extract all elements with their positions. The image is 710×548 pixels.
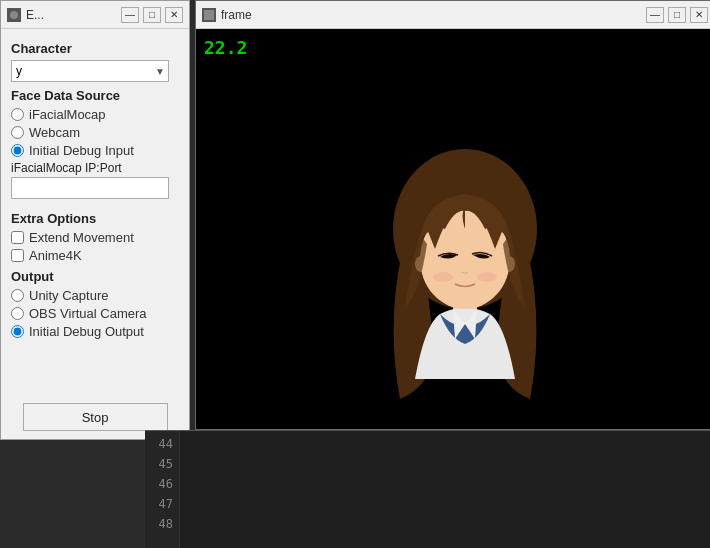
maximize-button[interactable]: □ [143, 7, 161, 23]
extend-movement-checkbox[interactable] [11, 231, 24, 244]
initial-debug-output-radio[interactable] [11, 325, 24, 338]
app-title-group: E... [7, 8, 44, 22]
line-numbers-panel: 44 45 46 47 48 [145, 431, 180, 548]
frame-minimize-button[interactable]: — [646, 7, 664, 23]
anime4k-label: Anime4K [29, 248, 82, 263]
frame-window-controls: — □ ✕ [646, 7, 708, 23]
app-window-controls: — □ ✕ [121, 7, 183, 23]
extra-options-label: Extra Options [11, 211, 179, 226]
ifacialmocap-label: iFacialMocap [29, 107, 106, 122]
app-panel-content: Character y ▼ Face Data Source iFacialMo… [1, 29, 189, 395]
line-num-46: 46 [159, 475, 173, 493]
character-dropdown-row: y ▼ [11, 60, 179, 82]
character-dropdown-wrapper: y ▼ [11, 60, 169, 82]
anime4k-checkbox[interactable] [11, 249, 24, 262]
frame-app-icon [202, 8, 216, 22]
frame-close-button[interactable]: ✕ [690, 7, 708, 23]
output-label: Output [11, 269, 179, 284]
anime-character [375, 139, 555, 409]
initial-debug-output-label: Initial Debug Output [29, 324, 144, 339]
radio-initial-debug-output: Initial Debug Output [11, 324, 179, 339]
terminal-content [180, 431, 710, 548]
frame-titlebar: frame — □ ✕ [196, 1, 710, 29]
webcam-radio[interactable] [11, 126, 24, 139]
svg-point-0 [10, 11, 18, 19]
frame-title-text: frame [221, 8, 252, 22]
line-num-44: 44 [159, 435, 173, 453]
face-data-source-label: Face Data Source [11, 88, 179, 103]
svg-point-6 [433, 272, 453, 282]
radio-webcam: Webcam [11, 125, 179, 140]
close-button[interactable]: ✕ [165, 7, 183, 23]
character-container [375, 139, 575, 419]
ip-port-input[interactable] [11, 177, 169, 199]
app-icon [7, 8, 21, 22]
svg-rect-2 [204, 10, 214, 20]
radio-ifacialmocap: iFacialMocap [11, 107, 179, 122]
fps-counter: 22.2 [204, 37, 247, 58]
radio-initial-debug-input: Initial Debug Input [11, 143, 179, 158]
frame-title-group: frame [202, 8, 252, 22]
app-title-text: E... [26, 8, 44, 22]
radio-unity-capture: Unity Capture [11, 288, 179, 303]
frame-content: 22.2 [196, 29, 710, 429]
unity-capture-radio[interactable] [11, 289, 24, 302]
line-num-47: 47 [159, 495, 173, 513]
unity-capture-label: Unity Capture [29, 288, 108, 303]
frame-window: frame — □ ✕ 22.2 [195, 0, 710, 430]
initial-debug-input-radio[interactable] [11, 144, 24, 157]
character-label: Character [11, 41, 179, 56]
obs-virtual-camera-label: OBS Virtual Camera [29, 306, 147, 321]
bottom-terminal-panel: 44 45 46 47 48 [145, 430, 710, 548]
anime4k-row: Anime4K [11, 248, 179, 263]
stop-button[interactable]: Stop [23, 403, 168, 431]
ip-port-label: iFacialMocap IP:Port [11, 161, 179, 175]
svg-point-7 [477, 272, 497, 282]
extend-movement-label: Extend Movement [29, 230, 134, 245]
line-num-48: 48 [159, 515, 173, 533]
initial-debug-input-label: Initial Debug Input [29, 143, 134, 158]
left-app-window: E... — □ ✕ Character y ▼ Face Data Sourc… [0, 0, 190, 440]
radio-obs-virtual-camera: OBS Virtual Camera [11, 306, 179, 321]
obs-virtual-camera-radio[interactable] [11, 307, 24, 320]
app-titlebar: E... — □ ✕ [1, 1, 189, 29]
ifacialmocap-radio[interactable] [11, 108, 24, 121]
line-num-45: 45 [159, 455, 173, 473]
webcam-label: Webcam [29, 125, 80, 140]
character-dropdown[interactable]: y [11, 60, 169, 82]
extend-movement-row: Extend Movement [11, 230, 179, 245]
frame-maximize-button[interactable]: □ [668, 7, 686, 23]
minimize-button[interactable]: — [121, 7, 139, 23]
